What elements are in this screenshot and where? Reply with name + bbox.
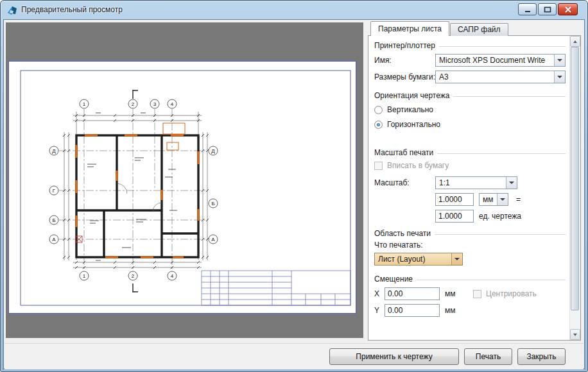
axis-label: Б: [52, 217, 55, 223]
what-to-print-label: Что печатать:: [374, 241, 423, 249]
axis-label: 2: [132, 273, 135, 279]
print-area-group-header: Область печати: [374, 229, 566, 238]
axis-label: Д: [52, 148, 56, 154]
scrollbar-thumb[interactable]: [571, 47, 579, 310]
chevron-down-icon: [557, 76, 562, 78]
plan-walls: [76, 135, 198, 257]
scale-value: 1:1: [436, 177, 506, 189]
orientation-horizontal-row: Горизонтально: [374, 120, 566, 129]
orientation-vertical-row: Вертикально: [374, 105, 566, 114]
group-separator: [453, 96, 566, 97]
print-area-group-title: Область печати: [374, 229, 431, 238]
paper-units-input[interactable]: [435, 193, 474, 206]
apply-to-drawing-button[interactable]: Применить к чертежу: [329, 348, 459, 365]
scroll-down-button[interactable]: [570, 329, 580, 340]
fit-to-paper-checkbox: [374, 162, 383, 170]
offset-group-header: Смещение: [374, 275, 566, 283]
paper-size-label: Размеры бумаги:: [374, 72, 435, 81]
horizontal-radio-label: Горизонтально: [387, 120, 440, 129]
orientation-group-header: Ориентация чертежа: [374, 91, 566, 100]
what-to-print-combo-button[interactable]: [451, 253, 462, 265]
plan-annex-blocks: [163, 123, 185, 150]
scroll-up-button[interactable]: [570, 36, 580, 47]
axis-label: 1: [83, 273, 86, 279]
scale-combo[interactable]: 1:1: [435, 176, 517, 189]
paper-size-combo[interactable]: A3: [435, 71, 566, 83]
scale-combo-button[interactable]: [506, 177, 517, 189]
printer-name-combo-button[interactable]: [554, 55, 565, 66]
dimension-ticks: [63, 114, 209, 269]
panel-scrollbar[interactable]: [569, 36, 580, 340]
paper-size-value: A3: [436, 71, 554, 83]
equals-sign: =: [516, 195, 521, 204]
chevron-down-icon: [509, 182, 514, 184]
offset-x-row: X мм Центрировать: [374, 287, 566, 300]
tab-cad-file-label: САПР файл: [458, 25, 501, 34]
drawing-units-row: ед. чертежа: [374, 210, 566, 223]
axis-label: 1: [83, 101, 86, 107]
offset-y-label: Y: [374, 306, 385, 315]
drawing-units-input[interactable]: [435, 210, 474, 223]
settings-tabs: Параметры листа САПР файл: [370, 21, 509, 36]
offset-y-input[interactable]: [385, 304, 440, 317]
paper-units-combo-button[interactable]: [497, 194, 508, 205]
footer-bar: Применить к чертежу Печать Закрыть: [4, 343, 584, 369]
axis-label: А: [52, 237, 56, 242]
tab-sheet-params[interactable]: Параметры листа: [370, 21, 449, 36]
orientation-group-title: Ориентация чертежа: [374, 91, 449, 100]
drawing-units-label: ед. чертежа: [479, 212, 521, 221]
fit-to-paper-row: Вписать в бумагу: [374, 161, 566, 170]
offset-y-unit: мм: [445, 306, 456, 315]
preview-window: Предварительный просмотр: [0, 0, 588, 372]
arrow-up-icon: [573, 40, 577, 43]
center-checkbox-label: Центрировать: [486, 289, 537, 298]
sheet-params-content: Принтер/плоттер Имя: Microsoft XPS Docum…: [368, 36, 569, 340]
paper-units-combo[interactable]: мм: [479, 193, 508, 206]
paper-size-row: Размеры бумаги: A3: [374, 71, 566, 83]
maximize-button[interactable]: [538, 3, 557, 15]
offset-x-unit: мм: [445, 289, 462, 298]
chevron-down-icon: [557, 59, 562, 62]
sheet-params-panel: Принтер/плоттер Имя: Microsoft XPS Docum…: [368, 35, 581, 341]
axis-label: 4: [171, 101, 174, 107]
fit-to-paper-label: Вписать в бумагу: [387, 161, 449, 170]
group-separator: [437, 153, 566, 154]
axis-label: Г: [53, 188, 56, 194]
print-button[interactable]: Печать: [464, 348, 512, 365]
minimize-button[interactable]: [518, 3, 537, 15]
titlebar[interactable]: Предварительный просмотр: [1, 1, 587, 19]
offset-x-input[interactable]: [385, 287, 440, 300]
close-dialog-button[interactable]: Закрыть: [517, 348, 566, 365]
what-to-print-combo[interactable]: Лист (Layout): [374, 253, 463, 266]
close-button[interactable]: [558, 3, 578, 15]
what-to-print-value: Лист (Layout): [375, 253, 451, 265]
scale-group-title: Масштаб печати: [374, 148, 433, 157]
scale-group-header: Масштаб печати: [374, 148, 566, 157]
axis-markers: 1 2 3 4 1 2 4 Д Г Б А Д Б А: [49, 99, 218, 280]
printer-name-value: Microsoft XPS Document Write: [436, 55, 554, 66]
paper-size-combo-button[interactable]: [554, 71, 565, 83]
maximize-icon: [544, 6, 551, 13]
vertical-radio-label: Вертикально: [387, 105, 433, 114]
printer-name-combo[interactable]: Microsoft XPS Document Write: [435, 54, 566, 67]
layout-combo-row: Лист (Layout): [374, 253, 566, 266]
printer-name-row: Имя: Microsoft XPS Document Write: [374, 54, 566, 67]
paper-frame: [21, 71, 350, 305]
axis-label: 4: [171, 273, 174, 279]
paper-units-combo-value: мм: [480, 194, 497, 205]
vertical-radio[interactable]: [374, 106, 383, 114]
group-separator: [435, 234, 566, 235]
minimize-icon: [524, 6, 532, 13]
caption-buttons: [518, 3, 578, 15]
axis-label: 3: [153, 101, 157, 107]
door-swing-arcs: [117, 183, 162, 212]
horizontal-radio[interactable]: [374, 121, 383, 129]
group-separator: [439, 46, 566, 47]
printer-group-header: Принтер/плоттер: [374, 41, 566, 50]
tab-sheet-params-label: Параметры листа: [378, 24, 442, 33]
group-separator: [417, 280, 566, 280]
tab-cad-file[interactable]: САПР файл: [450, 23, 508, 36]
center-checkbox: [473, 290, 481, 298]
title-block: [202, 271, 350, 305]
plan-openings: [76, 135, 198, 257]
